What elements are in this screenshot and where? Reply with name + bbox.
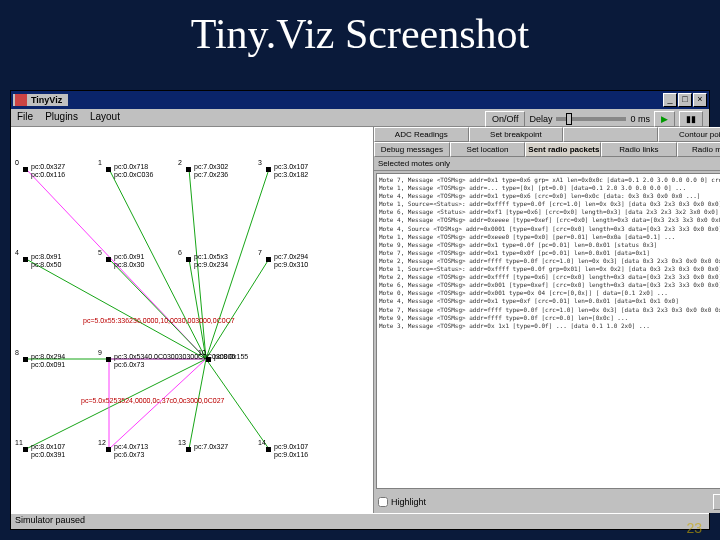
step-button[interactable]: ▮▮ (679, 111, 703, 127)
app-icon (15, 94, 27, 106)
log-line[interactable]: Mote 2, Message <TOSMsg> addr=ffff type=… (379, 257, 720, 265)
mote-node[interactable] (106, 257, 111, 262)
log-line[interactable]: Mote 7, Message <TOSMsg> addr=0x1 type=0… (379, 176, 720, 184)
mote-node[interactable] (23, 257, 28, 262)
menu-plugins[interactable]: Plugins (45, 111, 78, 124)
highlight-label: Highlight (391, 497, 426, 507)
window-title: TinyViz (31, 95, 62, 105)
mote-label: pc:7.0x327 (194, 443, 228, 451)
clear-button[interactable]: Clear (713, 494, 720, 510)
onoff-button[interactable]: On/Off (485, 111, 525, 127)
tab-debug-messages[interactable]: Debug messages (374, 142, 450, 157)
mote-id: 4 (15, 249, 19, 257)
log-line[interactable]: Mote 1, Source=<Status>: addr=0xffff typ… (379, 200, 720, 208)
mote-id: 0 (15, 159, 19, 167)
mote-node[interactable] (106, 447, 111, 452)
mote-id: 12 (98, 439, 106, 447)
mote-label: pc:9.0x107pc:9.0x116 (274, 443, 308, 458)
tab-radio-links[interactable]: Radio links (601, 142, 677, 157)
log-line[interactable]: Mote 2, Message <TOSMsg> addr=0xffff [ty… (379, 273, 720, 281)
tab-set-breakpoint[interactable]: Set breakpoint (469, 127, 564, 142)
maximize-button[interactable]: □ (678, 93, 692, 107)
time-readout: 0 ms (630, 114, 650, 124)
mote-node[interactable] (266, 167, 271, 172)
play-button[interactable]: ▶ (654, 111, 675, 127)
packet-annotation: pc=5.0x5253524,0000,0c,37c0,0c3000,0C027 (81, 397, 224, 405)
toolbar: On/Off Delay 0 ms ▶ ▮▮ (485, 111, 703, 127)
menu-layout[interactable]: Layout (90, 111, 120, 124)
slide-title: Tiny.Viz Screenshot (0, 0, 720, 62)
packet-log[interactable]: Mote 7, Message <TOSMsg> addr=0x1 type=0… (376, 173, 720, 489)
network-edge (26, 259, 206, 359)
mote-id: 10 (198, 349, 206, 357)
log-line[interactable]: Mote 4, Source <TOSMsg> addr=0x0001 [typ… (379, 225, 720, 233)
mote-label: pc:7.0x294pc:9.0x310 (274, 253, 308, 268)
packet-annotation: pc=5.0x55:336236,0000,10,0030,003000,0C0… (83, 317, 235, 325)
mote-node[interactable] (266, 447, 271, 452)
tab-adc-readings[interactable]: ADC Readings (374, 127, 469, 142)
log-line[interactable]: Mote 1, Message <TOSMsg> addr=0xeee0 [ty… (379, 233, 720, 241)
log-line[interactable]: Mote 4, Message <TOSMsg> addr=0x1 type=0… (379, 297, 720, 305)
tab-contour-points[interactable]: Contour points (658, 127, 720, 142)
mote-label: pc:0.0x718pc:0.0xC036 (114, 163, 153, 178)
tab-sent-radio-packets[interactable]: Sent radio packets (525, 142, 601, 157)
mote-label: pc:1.0x5x3pc:9.0x234 (194, 253, 228, 268)
right-panel: ADC Readings Set breakpoint Contour poin… (374, 127, 720, 513)
log-line[interactable]: Mote 6, Message <TOSMsg> addr=0x001 [typ… (379, 281, 720, 289)
delay-slider[interactable] (556, 117, 626, 121)
log-line[interactable]: Mote 0, Message <TOSMsg> addr=0x001 type… (379, 289, 720, 297)
mote-node[interactable] (186, 447, 191, 452)
network-edge (206, 259, 269, 359)
mote-node[interactable] (206, 357, 211, 362)
tabs-row2: Debug messages Set location Sent radio p… (374, 142, 720, 157)
mote-node[interactable] (266, 257, 271, 262)
log-line[interactable]: Mote 1, Message <TOSMsg> addr=... type=[… (379, 184, 720, 192)
mote-node[interactable] (106, 167, 111, 172)
mote-label: pc:0.0x327pc:0.0x116 (31, 163, 65, 178)
tabs-row1: ADC Readings Set breakpoint Contour poin… (374, 127, 720, 142)
menubar: File Plugins Layout On/Off Delay 0 ms ▶ … (11, 109, 709, 127)
mote-id: 13 (178, 439, 186, 447)
mote-label: pc:7.0x302pc:7.0x236 (194, 163, 228, 178)
log-line[interactable]: Mote 4, Message <TOSMsg> addr=0xeeee [ty… (379, 216, 720, 224)
slider-thumb[interactable] (566, 113, 572, 125)
log-line[interactable]: Mote 9, Message <TOSMsg> addr=ffff type=… (379, 314, 720, 322)
mote-label: pc:8.0x155 (214, 353, 248, 361)
log-line[interactable]: Mote 3, Message <TOSMsg> addr=0x 1x1 [ty… (379, 322, 720, 330)
tab-radio-model[interactable]: Radio model (677, 142, 720, 157)
tab-set-location[interactable]: Set location (450, 142, 526, 157)
log-line[interactable]: Mote 6, Message <Status> addr=0xf1 [type… (379, 208, 720, 216)
close-button[interactable]: × (693, 93, 707, 107)
minimize-button[interactable]: _ (663, 93, 677, 107)
mote-node[interactable] (186, 167, 191, 172)
mote-id: 1 (98, 159, 102, 167)
log-line[interactable]: Mote 9, Message <TOSMsg> addr=0x1 type=0… (379, 241, 720, 249)
mote-label: pc:8.0x294pc:0.0x091 (31, 353, 65, 368)
window-controls: _ □ × (663, 93, 707, 107)
mote-id: 9 (98, 349, 102, 357)
mote-label: pc:4.0x713pc:6.0x73 (114, 443, 148, 458)
mote-node[interactable] (23, 357, 28, 362)
network-canvas[interactable]: 0pc:0.0x327pc:0.0x1161pc:0.0x718pc:0.0xC… (11, 127, 374, 513)
main-area: 0pc:0.0x327pc:0.0x1161pc:0.0x718pc:0.0xC… (11, 127, 709, 513)
mote-label: pc:8.0x107pc:0.0x391 (31, 443, 65, 458)
mote-id: 14 (258, 439, 266, 447)
mote-node[interactable] (186, 257, 191, 262)
highlight-checkbox[interactable]: Highlight (378, 497, 426, 507)
mote-node[interactable] (23, 447, 28, 452)
log-line[interactable]: Mote 1, Source=<Status>: addr=0xffff typ… (379, 265, 720, 273)
delay-label: Delay (529, 114, 552, 124)
tab-blank[interactable] (563, 127, 658, 142)
titlebar: TinyViz _ □ × (11, 91, 709, 109)
mote-id: 8 (15, 349, 19, 357)
log-line[interactable]: Mote 7, Message <TOSMsg> addr=ffff type=… (379, 306, 720, 314)
selected-motes-label: Selected motes only (374, 157, 720, 171)
mote-id: 3 (258, 159, 262, 167)
log-line[interactable]: Mote 7, Message <TOSMsg> addr=0x1 type=0… (379, 249, 720, 257)
mote-node[interactable] (23, 167, 28, 172)
mote-id: 5 (98, 249, 102, 257)
log-line[interactable]: Mote 4, Message <TOSMsg> addr=0x1 type=0… (379, 192, 720, 200)
mote-node[interactable] (106, 357, 111, 362)
menu-file[interactable]: File (17, 111, 33, 124)
highlight-check-input[interactable] (378, 497, 388, 507)
